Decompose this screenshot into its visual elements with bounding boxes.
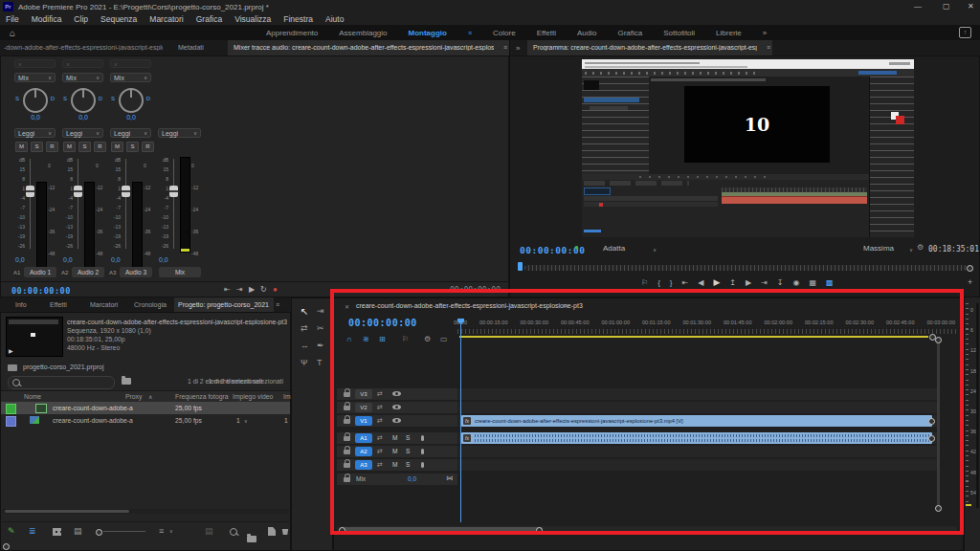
minimize-button[interactable]: —	[914, 2, 922, 11]
fader-handle[interactable]	[122, 186, 130, 197]
timeline-panel-menu-icon[interactable]: ≡	[563, 302, 567, 309]
freeform-view-button[interactable]: ▤	[74, 526, 82, 536]
comparison-view-button[interactable]: ▦	[810, 278, 817, 287]
record-arm-button[interactable]: R	[94, 142, 106, 152]
track-lane-a3[interactable]	[458, 459, 937, 471]
solo-button[interactable]: S	[31, 142, 43, 152]
scrubber-handle[interactable]	[967, 265, 973, 272]
voiceover-mic-icon[interactable]	[421, 435, 424, 441]
timeline-ruler-labels[interactable]: 00:00 00:00:15:00 00:00:30:00 00:00:45:0…	[454, 320, 955, 325]
share-icon[interactable]: ↑	[959, 27, 971, 38]
mixer-panel-menu-icon[interactable]: ≡	[503, 44, 507, 51]
project-row-clip[interactable]: creare-count-down-adobe-a 25,00 fps 1 ∨ …	[1, 414, 290, 427]
sync-lock-icon[interactable]: ⇄	[377, 404, 383, 411]
tab-effetti[interactable]: Effetti	[50, 301, 67, 308]
close-button[interactable]: ✕	[968, 2, 974, 11]
workspace-montaggio-active[interactable]: Montaggio	[409, 29, 447, 37]
workspace-sottotitoli[interactable]: Sottotitoli	[663, 29, 695, 37]
timeline-vscrollbar[interactable]	[937, 341, 940, 509]
maximize-button[interactable]: ▢	[943, 2, 950, 11]
fader-track[interactable]	[78, 159, 78, 249]
column-impiego-video[interactable]: Impiego video	[233, 393, 273, 400]
column-nome[interactable]: Nome	[24, 393, 41, 400]
level-value[interactable]: 0,0	[15, 256, 25, 263]
fader-handle[interactable]	[74, 186, 82, 197]
tab-cronologia[interactable]: Cronologia	[134, 301, 167, 308]
fader-track[interactable]	[30, 159, 31, 249]
record-arm-button[interactable]: R	[46, 142, 58, 152]
snap-toggle[interactable]: ∩	[346, 335, 352, 343]
workspace-librerie[interactable]: Librerie	[716, 29, 742, 37]
timeline-ruler-ticks[interactable]	[457, 329, 957, 334]
play-button[interactable]: ▶	[249, 285, 255, 294]
fader-handle[interactable]	[169, 186, 178, 197]
tab-info[interactable]: Info	[15, 301, 27, 308]
tab-metadati[interactable]: Metadati	[178, 44, 204, 51]
solo-button[interactable]: S	[406, 448, 410, 454]
keyframe-nav-icon[interactable]: ⋈	[446, 474, 453, 482]
mute-button[interactable]: M	[392, 461, 397, 468]
lock-icon[interactable]	[344, 419, 350, 424]
automation-dropdown[interactable]: Leggi∨	[62, 128, 103, 138]
track-visibility-eye-icon[interactable]	[392, 391, 401, 396]
fader-track[interactable]	[125, 159, 126, 249]
program-playhead[interactable]	[518, 262, 523, 271]
menu-file[interactable]: File	[6, 14, 19, 24]
workspace-audio[interactable]: Audio	[577, 29, 596, 37]
workspace-colore[interactable]: Colore	[493, 29, 516, 37]
input-assign-dropdown[interactable]: ∨	[110, 59, 151, 68]
hscroll-right-handle[interactable]	[536, 527, 543, 534]
lock-icon[interactable]	[344, 477, 350, 482]
automate-to-sequence-button[interactable]: ▤	[205, 526, 213, 536]
go-to-start-button[interactable]: ⇤	[224, 285, 231, 294]
menu-finestra[interactable]: Finestra	[283, 14, 313, 24]
mute-button[interactable]: M	[63, 142, 76, 152]
sync-lock-icon[interactable]: ⇄	[377, 434, 383, 442]
track-name-button[interactable]: Mix	[159, 267, 201, 277]
column-impiego-audio[interactable]: Im	[283, 393, 291, 400]
pan-knob[interactable]	[71, 88, 96, 113]
pan-value[interactable]: 0,0	[109, 114, 153, 121]
multicam-button[interactable]: ▩	[826, 278, 834, 287]
sync-lock-icon[interactable]: ⇄	[377, 461, 383, 469]
level-value[interactable]: 0,0	[159, 256, 168, 263]
timeline-tab-label[interactable]: creare-count-down-adobe-after-effects-es…	[356, 302, 583, 309]
play-button[interactable]: ▶	[713, 277, 720, 287]
sort-caret-icon[interactable]: ∧	[148, 393, 152, 400]
label-chip-blue[interactable]	[6, 416, 16, 427]
tab-progetto-active[interactable]: Progetto: progetto-corso_2021	[174, 298, 274, 312]
track-select-tool[interactable]: ⇥	[317, 306, 324, 316]
track-name-button[interactable]: Audio 3	[120, 267, 152, 277]
track-lane-a2[interactable]	[458, 446, 937, 457]
menu-modifica[interactable]: Modifica	[32, 14, 62, 24]
track-target-a3[interactable]: A3	[355, 460, 372, 470]
sort-icons-button[interactable]: ≡	[159, 526, 164, 536]
track-lane-v3[interactable]	[458, 388, 937, 400]
timeline-settings-icon[interactable]: ⚙	[424, 335, 431, 343]
mute-button[interactable]: M	[392, 434, 397, 441]
slip-tool[interactable]: ↔	[301, 341, 309, 350]
menu-clip[interactable]: Clip	[74, 14, 88, 24]
track-target-v3[interactable]: V3	[355, 389, 372, 399]
pan-value[interactable]: 0,0	[13, 114, 57, 121]
automation-dropdown[interactable]: Leggi∨	[14, 128, 56, 138]
lock-icon[interactable]	[344, 436, 350, 441]
lock-icon[interactable]	[344, 450, 350, 454]
playhead-line[interactable]	[460, 323, 461, 522]
type-tool[interactable]: T	[317, 358, 323, 367]
timeline-timecode[interactable]: 00:00:00:00	[348, 318, 417, 328]
video-clip[interactable]: fx creare-count-down-adobe-after-effects…	[461, 415, 932, 427]
export-frame-button[interactable]: ◉	[793, 278, 800, 287]
filter-bin-icon[interactable]	[122, 378, 131, 385]
pen-tool[interactable]: ✒	[317, 341, 324, 350]
workspace-assemblaggio[interactable]: Assemblaggio	[339, 29, 387, 37]
tab-mixer-active[interactable]: Mixer tracce audio: creare-count-down-ad…	[228, 40, 509, 55]
timeline-tab-close-icon[interactable]: ✕	[345, 303, 349, 310]
track-name-button[interactable]: Audio 2	[72, 267, 104, 277]
go-to-in-button[interactable]: ⇤	[682, 278, 689, 287]
column-frequenza[interactable]: Frequenza fotogra	[175, 393, 229, 400]
captions-button[interactable]: ▭	[440, 335, 448, 343]
sync-lock-icon[interactable]: ⇄	[377, 448, 383, 455]
record-button[interactable]: ●	[273, 285, 278, 294]
track-name-button[interactable]: Audio 1	[24, 267, 56, 277]
